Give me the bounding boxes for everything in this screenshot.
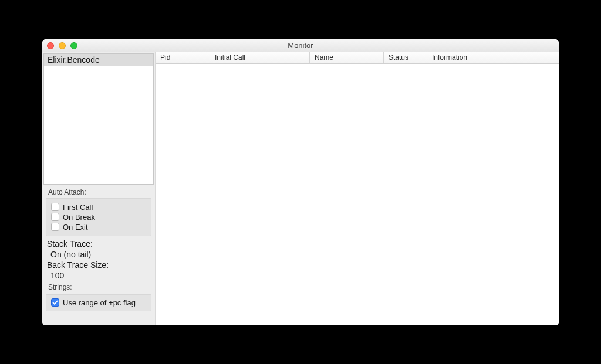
column-header[interactable]: Initial Call <box>210 52 310 63</box>
close-icon[interactable] <box>47 42 54 49</box>
column-header[interactable]: Status <box>384 52 427 63</box>
back-trace-label: Back Trace Size: <box>42 260 155 270</box>
zoom-icon[interactable] <box>70 42 77 49</box>
minimize-icon[interactable] <box>59 42 66 49</box>
column-header[interactable]: Pid <box>156 52 210 63</box>
pc-flag-label: Use range of +pc flag <box>63 298 136 307</box>
titlebar[interactable]: Monitor <box>42 39 559 52</box>
table-header[interactable]: PidInitial CallNameStatusInformation <box>156 52 559 64</box>
stack-trace-label: Stack Trace: <box>42 239 155 249</box>
on-exit-checkbox[interactable] <box>51 223 59 231</box>
stack-trace-value[interactable]: On (no tail) <box>42 249 155 260</box>
pc-flag-checkbox[interactable] <box>51 298 59 307</box>
table-body[interactable] <box>156 64 559 325</box>
first-call-checkbox-row[interactable]: First Call <box>51 202 146 212</box>
on-break-checkbox-row[interactable]: On Break <box>51 212 146 222</box>
strings-label: Strings: <box>42 281 155 293</box>
back-trace-value[interactable]: 100 <box>42 270 155 281</box>
auto-attach-group: First Call On Break On Exit <box>46 198 151 236</box>
window-body: Elixir.Bencode Auto Attach: First Call O… <box>42 52 559 325</box>
column-header[interactable]: Name <box>310 52 384 63</box>
module-item[interactable]: Elixir.Bencode <box>44 54 153 66</box>
module-list[interactable]: Elixir.Bencode <box>43 53 154 185</box>
on-break-label: On Break <box>63 213 95 222</box>
on-break-checkbox[interactable] <box>51 213 59 221</box>
traffic-lights <box>47 42 77 49</box>
column-header[interactable]: Information <box>427 52 559 63</box>
first-call-label: First Call <box>63 203 93 212</box>
window-title: Monitor <box>288 41 313 50</box>
auto-attach-label: Auto Attach: <box>42 186 155 198</box>
on-exit-checkbox-row[interactable]: On Exit <box>51 222 146 232</box>
first-call-checkbox[interactable] <box>51 203 59 211</box>
monitor-window: Monitor Elixir.Bencode Auto Attach: Firs… <box>42 39 559 325</box>
on-exit-label: On Exit <box>63 223 88 232</box>
strings-group: Use range of +pc flag <box>46 294 151 311</box>
process-table: PidInitial CallNameStatusInformation <box>156 52 559 325</box>
sidebar: Elixir.Bencode Auto Attach: First Call O… <box>42 52 156 325</box>
pc-flag-checkbox-row[interactable]: Use range of +pc flag <box>51 298 146 308</box>
